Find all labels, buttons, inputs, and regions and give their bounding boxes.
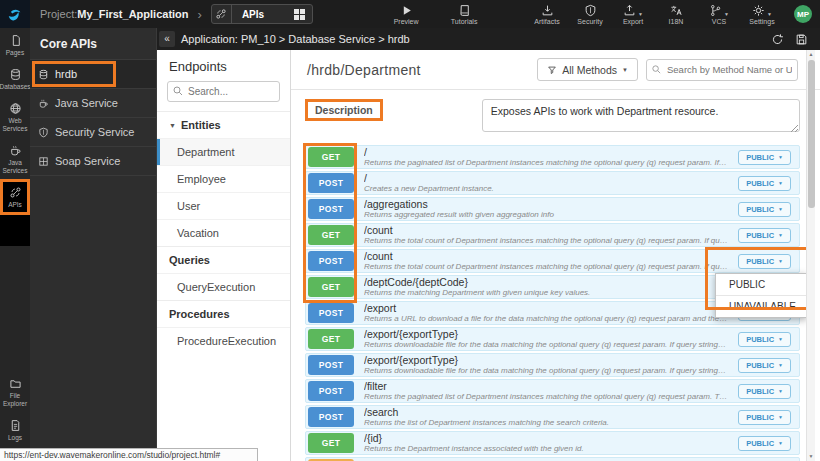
endpoint-path: /aggregations	[364, 199, 732, 210]
tab-apis[interactable]: APIs	[211, 4, 313, 24]
access-dropdown-button[interactable]: PUBLIC ▼	[738, 254, 791, 269]
endpoint-row[interactable]: POST /search Returns the list of Departm…	[305, 405, 800, 429]
method-badge: POST	[308, 407, 354, 427]
rail-item[interactable]: Databases	[0, 62, 30, 96]
access-dropdown-menu: PUBLIC UNAVAILABLE	[715, 273, 807, 318]
rail-item-label: Logs	[8, 434, 22, 442]
scroll-down-arrow[interactable]: ▼	[809, 452, 814, 461]
rail-item[interactable]: APIs	[0, 180, 30, 214]
core-api-item[interactable]: Java Service	[30, 88, 156, 117]
access-dropdown-button[interactable]: PUBLIC ▼	[738, 410, 791, 425]
description-textarea[interactable]: Exposes APIs to work with Department res…	[482, 99, 800, 132]
browser-status-url: https://ent-dev.wavemakeronline.com/stud…	[0, 448, 258, 461]
methods-filter-dropdown[interactable]: All Methods ▼	[537, 58, 638, 81]
section-entities[interactable]: ▼ Entities	[157, 111, 290, 138]
topbar-item-label: I18N	[669, 18, 684, 25]
save-button[interactable]	[795, 33, 808, 46]
core-api-label: Security Service	[55, 126, 134, 138]
topbar-item[interactable]: ▼ I18N	[661, 4, 691, 25]
endpoint-row[interactable]: GET / Returns the paginated list of Depa…	[305, 145, 800, 169]
caret-down-icon: ▼	[778, 180, 783, 186]
menu-item-unavailable[interactable]: UNAVAILABLE	[716, 295, 806, 317]
topbar-item-label: Preview	[394, 18, 419, 25]
endpoint-path: /{id}	[364, 433, 732, 444]
rail-item[interactable]: File Explorer	[0, 371, 30, 413]
endpoint-row[interactable]: GET /{id} Returns the Department instanc…	[305, 431, 800, 455]
section-queries[interactable]: Queries	[157, 246, 290, 273]
rail-item-icon	[9, 34, 22, 47]
core-api-item[interactable]: Soap Service	[30, 146, 156, 176]
menu-item-public[interactable]: PUBLIC	[716, 274, 806, 295]
caret-down-icon: ▼	[778, 440, 783, 446]
endpoint-row[interactable]: POST /export/{exportType} Returns downlo…	[305, 353, 800, 377]
endpoint-row[interactable]: POST /aggregations Returns aggregated re…	[305, 197, 800, 221]
user-avatar[interactable]: MP	[794, 5, 812, 23]
access-dropdown-button[interactable]: PUBLIC ▼	[738, 202, 791, 217]
topbar-item[interactable]: ▼ Tutorials	[449, 4, 479, 25]
endpoint-nav-item[interactable]: Employee	[157, 165, 290, 192]
endpoint-description: Returns the list of Department instances…	[364, 418, 732, 427]
rail-item[interactable]: Logs	[0, 413, 30, 447]
project-name[interactable]: Project:My_First_Application	[40, 8, 189, 20]
access-dropdown-button[interactable]: PUBLIC ▼	[738, 358, 791, 373]
wavemaker-logo[interactable]	[0, 0, 30, 28]
vertical-scrollbar[interactable]: ▲ ▼	[806, 50, 815, 461]
endpoint-nav-item[interactable]: Department	[157, 138, 290, 165]
caret-down-icon: ▼	[778, 414, 783, 420]
access-dropdown-button[interactable]: PUBLIC ▼	[738, 384, 791, 399]
core-api-label: hrdb	[55, 68, 77, 80]
topbar-item[interactable]: ▼ Export	[618, 4, 648, 25]
wavemaker-studio-window: Project:My_First_Application › APIs ▼ Pr…	[0, 0, 820, 461]
topbar-item[interactable]: ▼ Artifacts	[532, 4, 562, 25]
method-badge: GET	[308, 225, 354, 245]
scroll-up-arrow[interactable]: ▲	[809, 50, 814, 59]
rail-item[interactable]: Java Services	[0, 138, 30, 180]
endpoint-row[interactable]: GET /export/{exportType} Returns downloa…	[305, 327, 800, 351]
access-dropdown-button[interactable]: PUBLIC ▼	[738, 150, 791, 165]
endpoint-nav-item[interactable]: ProcedureExecution	[157, 327, 290, 354]
core-api-item[interactable]: Security Service	[30, 117, 156, 146]
grid-icon[interactable]	[294, 9, 305, 20]
endpoint-nav-item[interactable]: User	[157, 192, 290, 219]
endpoint-row[interactable]: ▼ PUBLIC UNAVAILABLE	[305, 457, 800, 461]
topbar-item-icon	[752, 4, 765, 17]
endpoint-nav-item[interactable]: Vacation	[157, 219, 290, 246]
method-badge: POST	[308, 199, 354, 219]
collapse-panel-button[interactable]: «	[159, 31, 175, 47]
topbar-item-label: Security	[577, 18, 602, 25]
endpoint-nav-label: QueryExecution	[177, 281, 255, 293]
section-procedures[interactable]: Procedures	[157, 300, 290, 327]
endpoint-row[interactable]: POST /count Returns the total count of D…	[305, 249, 800, 273]
caret-down-icon: ▼	[778, 258, 783, 264]
caret-down-icon: ▼	[778, 388, 783, 394]
access-dropdown-button[interactable]: PUBLIC ▼	[738, 332, 791, 347]
tab-apis-label: APIs	[232, 9, 294, 20]
endpoint-row[interactable]: POST /filter Returns the paginated list …	[305, 379, 800, 403]
endpoint-description: Returns aggregated result with given agg…	[364, 210, 732, 219]
scroll-thumb[interactable]	[808, 60, 815, 208]
endpoint-row[interactable]: POST / Creates a new Department instance…	[305, 171, 800, 195]
rail-item[interactable]: Pages	[0, 28, 30, 62]
refresh-button[interactable]	[771, 33, 784, 46]
method-badge: GET	[308, 433, 354, 453]
topbar-item[interactable]: ▼ Security	[575, 4, 605, 25]
search-icon	[651, 64, 662, 75]
method-badge: GET	[308, 329, 354, 349]
endpoint-nav-item[interactable]: QueryExecution	[157, 273, 290, 300]
endpoint-rows: GET / Returns the paginated list of Depa…	[291, 145, 820, 461]
topbar-item-icon	[670, 4, 683, 17]
topbar-item[interactable]: ▼ Settings	[747, 4, 777, 25]
caret-down-icon: ▼	[778, 154, 783, 160]
access-dropdown-button[interactable]: PUBLIC ▼	[738, 436, 791, 451]
topbar-item[interactable]: ▼ VCS	[704, 4, 734, 25]
rail-item-label: Pages	[6, 49, 24, 57]
access-dropdown-button[interactable]: PUBLIC ▼	[738, 176, 791, 191]
rail-item[interactable]: Web Services	[0, 96, 30, 138]
method-search-input[interactable]	[646, 59, 798, 81]
access-dropdown-button[interactable]: PUBLIC ▼	[738, 228, 791, 243]
topbar-item[interactable]: ▼ Preview	[391, 4, 421, 25]
method-badge: GET	[308, 277, 354, 297]
endpoint-path: /export/{exportType}	[364, 329, 732, 340]
core-api-item[interactable]: hrdb	[30, 59, 156, 88]
endpoint-row[interactable]: GET /count Returns the total count of De…	[305, 223, 800, 247]
